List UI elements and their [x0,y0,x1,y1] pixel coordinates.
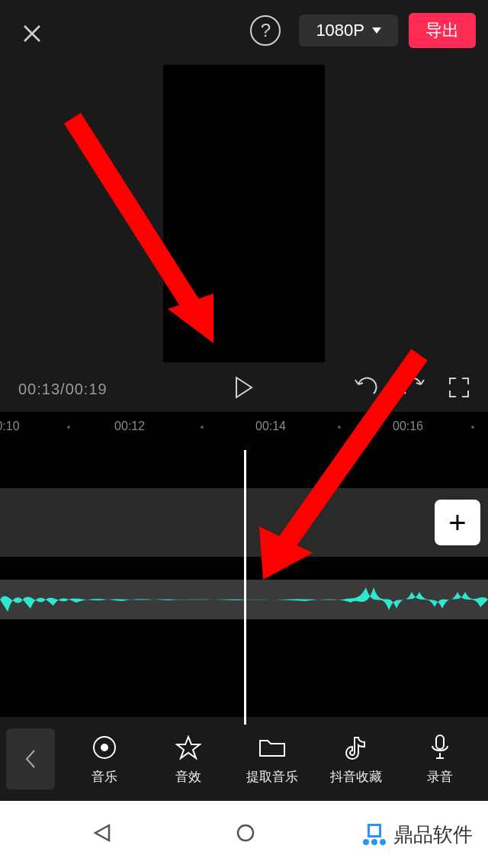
ruler-tick: 00:12 [114,420,145,433]
ruler-dot [201,426,204,429]
close-button[interactable] [18,20,46,47]
resolution-label: 1080P [316,21,364,40]
svg-marker-7 [95,825,109,841]
ruler-dot [67,426,70,429]
tool-label: 提取音乐 [246,768,298,786]
tool-music[interactable]: 音乐 [63,733,146,786]
fullscreen-button[interactable] [448,377,470,401]
nav-back-icon[interactable] [92,823,112,846]
ruler-tick: 0:10 [0,420,20,433]
svg-line-11 [282,355,419,549]
star-icon [175,733,201,762]
annotation-arrow-icon [236,343,435,603]
watermark-text: 鼎品软件 [393,821,473,848]
tool-extract[interactable]: 提取音乐 [230,733,314,786]
svg-point-8 [238,825,253,841]
svg-marker-5 [177,737,200,758]
watermark: 鼎品软件 [348,821,488,848]
mic-icon [430,733,450,762]
chevron-down-icon [372,27,381,34]
douyin-icon [345,733,368,762]
watermark-logo-icon [363,824,386,845]
tool-label: 音乐 [92,768,117,786]
tool-label: 抖音收藏 [330,768,382,786]
timecode: 00:13/00:19 [18,381,108,398]
resolution-dropdown[interactable]: 1080P [299,14,398,47]
audio-tools: 音乐 音效 提取音乐 抖音收藏 录音 [0,717,488,801]
ruler-dot [471,426,474,429]
annotation-arrow-icon [61,107,244,366]
android-navbar: 鼎品软件 [0,801,488,868]
export-button[interactable]: 导出 [409,13,476,48]
svg-line-9 [72,118,198,317]
nav-home-icon[interactable] [236,823,255,846]
tool-record[interactable]: 录音 [398,733,482,786]
music-icon [92,733,117,762]
svg-rect-6 [436,735,444,749]
svg-point-4 [101,744,108,751]
tool-label: 录音 [427,768,453,786]
folder-icon [258,733,286,762]
help-button[interactable]: ? [250,15,281,46]
tool-douyin[interactable]: 抖音收藏 [314,733,398,786]
back-button[interactable] [6,728,55,789]
tool-label: 音效 [175,768,201,786]
tool-sfx[interactable]: 音效 [146,733,230,786]
add-clip-button[interactable]: + [435,500,480,545]
header: ? 1080P 导出 [0,0,488,61]
